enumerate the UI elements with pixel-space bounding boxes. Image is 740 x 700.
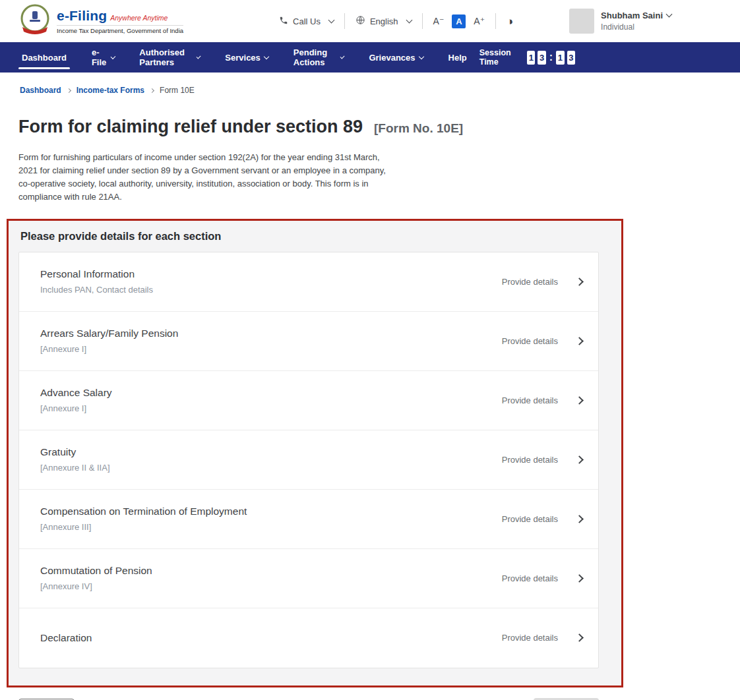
nav-label: e-File bbox=[92, 47, 108, 67]
user-menu[interactable]: Shubham Saini Individual bbox=[569, 9, 671, 34]
provide-details-link[interactable]: Provide details bbox=[502, 395, 558, 405]
provide-details-link[interactable]: Provide details bbox=[502, 455, 558, 465]
font-decrease-button[interactable]: A⁻ bbox=[433, 16, 445, 26]
provide-details-link[interactable]: Provide details bbox=[502, 277, 558, 287]
panel-heading: Please provide details for each section bbox=[20, 230, 599, 243]
section-subtitle: [Annexure II & IIA] bbox=[40, 463, 110, 473]
session-colon: : bbox=[549, 51, 553, 63]
nav-label: Grievances bbox=[369, 53, 415, 63]
chevron-right-icon[interactable] bbox=[575, 337, 584, 345]
chevron-right-icon[interactable] bbox=[575, 633, 584, 642]
provide-details-link[interactable]: Provide details bbox=[502, 573, 558, 583]
header-utilities: Call Us English A⁻ A A⁺ ◑ bbox=[279, 13, 513, 29]
call-us-label: Call Us bbox=[293, 16, 321, 26]
nav-label: Help bbox=[448, 53, 467, 63]
section-row-personal-information[interactable]: Personal Information Includes PAN, Conta… bbox=[19, 252, 598, 312]
nav-label: Authorised Partners bbox=[139, 47, 193, 67]
session-timer: Session Time 1 3 : 1 3 bbox=[479, 42, 575, 73]
sections-card: Personal Information Includes PAN, Conta… bbox=[18, 252, 599, 668]
section-subtitle: Includes PAN, Contact details bbox=[40, 285, 153, 295]
nav-label: Services bbox=[225, 53, 261, 63]
language-label: English bbox=[370, 16, 398, 26]
phone-icon bbox=[279, 16, 288, 27]
chevron-down-icon bbox=[197, 54, 201, 59]
section-row-arrears-salary[interactable]: Arrears Salary/Family Pension [Annexure … bbox=[19, 312, 598, 371]
font-default-button[interactable]: A bbox=[452, 15, 466, 28]
chevron-right-icon[interactable] bbox=[575, 396, 584, 405]
font-size-controls: A⁻ A A⁺ bbox=[433, 15, 485, 28]
divider bbox=[344, 13, 345, 29]
page-title: Form for claiming relief under section 8… bbox=[0, 95, 740, 138]
chevron-right-icon[interactable] bbox=[575, 455, 584, 464]
nav-item-efile[interactable]: e-File bbox=[79, 42, 127, 73]
chevron-down-icon bbox=[418, 54, 423, 59]
divider bbox=[422, 13, 423, 29]
section-row-compensation-termination[interactable]: Compensation on Termination of Employmen… bbox=[19, 490, 598, 549]
provide-details-link[interactable]: Provide details bbox=[502, 514, 558, 524]
top-header: e-Filing Anywhere Anytime Income Tax Dep… bbox=[0, 0, 740, 42]
user-role: Individual bbox=[601, 22, 671, 32]
chevron-right-icon[interactable] bbox=[575, 574, 584, 583]
nav-item-services[interactable]: Services bbox=[212, 42, 281, 73]
page-title-main: Form for claiming relief under section 8… bbox=[18, 117, 363, 136]
provide-details-link[interactable]: Provide details bbox=[502, 336, 558, 346]
session-digit: 1 bbox=[556, 51, 564, 65]
section-subtitle: [Annexure I] bbox=[40, 344, 178, 354]
footer-actions: Back Preview bbox=[18, 698, 599, 700]
nav-item-pending-actions[interactable]: Pending Actions bbox=[281, 42, 357, 73]
nav-item-authorised-partners[interactable]: Authorised Partners bbox=[127, 42, 212, 73]
brand-subtitle: Income Tax Department, Government of Ind… bbox=[57, 25, 183, 34]
section-title: Personal Information bbox=[40, 268, 153, 280]
page-description: Form for furnishing particulars of incom… bbox=[18, 151, 398, 204]
nav-item-grievances[interactable]: Grievances bbox=[356, 42, 435, 73]
language-menu[interactable]: English bbox=[355, 15, 412, 27]
nav-label: Dashboard bbox=[22, 53, 67, 63]
chevron-down-icon bbox=[328, 16, 335, 23]
divider bbox=[495, 13, 496, 29]
breadcrumb-current: Form 10E bbox=[160, 86, 195, 95]
preview-button[interactable]: Preview bbox=[534, 698, 599, 700]
breadcrumb-dashboard[interactable]: Dashboard bbox=[20, 86, 61, 95]
avatar bbox=[569, 9, 594, 34]
section-title: Declaration bbox=[40, 632, 92, 644]
brand[interactable]: e-Filing Anywhere Anytime Income Tax Dep… bbox=[20, 4, 183, 38]
breadcrumb: Dashboard Income-tax Forms Form 10E bbox=[0, 73, 740, 95]
call-us-menu[interactable]: Call Us bbox=[279, 16, 334, 27]
provide-details-link[interactable]: Provide details bbox=[502, 633, 558, 643]
sections-panel: Please provide details for each section … bbox=[7, 219, 623, 687]
nav-item-help[interactable]: Help bbox=[436, 42, 479, 73]
contrast-toggle-icon[interactable]: ◑ bbox=[507, 16, 513, 27]
user-name: Shubham Saini bbox=[601, 11, 663, 20]
section-title: Advance Salary bbox=[40, 387, 112, 399]
section-row-gratuity[interactable]: Gratuity [Annexure II & IIA] Provide det… bbox=[19, 430, 598, 490]
breadcrumb-separator-icon bbox=[67, 88, 71, 92]
section-title: Compensation on Termination of Employmen… bbox=[40, 506, 247, 517]
section-title: Arrears Salary/Family Pension bbox=[40, 328, 178, 339]
section-row-declaration[interactable]: Declaration Provide details bbox=[19, 608, 598, 668]
brand-tagline: Anywhere Anytime bbox=[110, 14, 168, 22]
chevron-down-icon bbox=[406, 16, 412, 23]
session-digit: 3 bbox=[567, 51, 575, 65]
breadcrumb-separator-icon bbox=[150, 88, 154, 92]
globe-icon bbox=[355, 15, 365, 27]
nav-item-dashboard[interactable]: Dashboard bbox=[9, 42, 79, 73]
breadcrumb-income-tax-forms[interactable]: Income-tax Forms bbox=[77, 86, 144, 95]
chevron-right-icon[interactable] bbox=[575, 277, 584, 286]
section-title: Commutation of Pension bbox=[40, 565, 152, 577]
session-time-label: Session Time bbox=[479, 48, 520, 67]
chevron-down-icon bbox=[666, 11, 673, 18]
section-subtitle: [Annexure IV] bbox=[40, 581, 152, 591]
chevron-right-icon[interactable] bbox=[575, 515, 584, 523]
session-digit: 3 bbox=[538, 51, 545, 65]
font-increase-button[interactable]: A⁺ bbox=[474, 16, 485, 26]
section-subtitle: [Annexure III] bbox=[40, 522, 247, 532]
section-subtitle: [Annexure I] bbox=[40, 403, 112, 413]
nav-label: Pending Actions bbox=[293, 47, 337, 67]
section-row-advance-salary[interactable]: Advance Salary [Annexure I] Provide deta… bbox=[19, 371, 598, 430]
section-title: Gratuity bbox=[40, 446, 110, 458]
brand-name: e-Filing bbox=[57, 8, 107, 24]
section-row-commutation-of-pension[interactable]: Commutation of Pension [Annexure IV] Pro… bbox=[19, 549, 598, 608]
income-tax-dept-logo-icon bbox=[20, 4, 50, 38]
chevron-down-icon bbox=[264, 54, 269, 59]
main-nav: Dashboard e-File Authorised Partners Ser… bbox=[0, 42, 740, 73]
